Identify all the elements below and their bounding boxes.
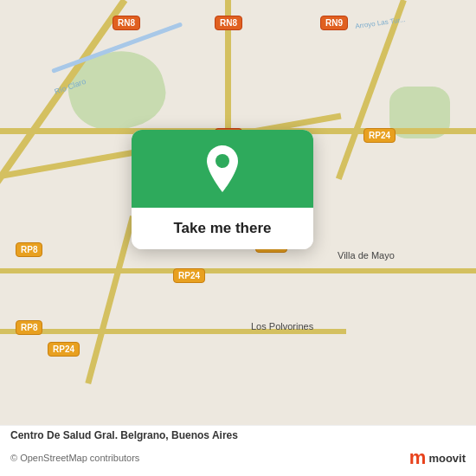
route-badge-rn8-top-left: RN8	[113, 16, 140, 30]
place-name-text: Centro De Salud Gral. Belgrano, Buenos A…	[10, 429, 466, 441]
moovit-logo: m moovit	[409, 447, 466, 469]
route-badge-rp24-bottom-left: RP24	[48, 342, 80, 357]
town-label-villa-de-mayo: Villa de Mayo	[338, 249, 395, 261]
copyright-text: © OpenStreetMap contributors	[10, 453, 139, 463]
route-badge-rp8-bottom-left: RP8	[16, 320, 42, 335]
town-label-los-polvorines: Los Polvorines	[251, 320, 313, 332]
map-container: Río Claro Arroyo Las Tur... RN8RN8RN9RN8…	[0, 0, 476, 476]
route-badge-rn9-top-right: RN9	[320, 16, 348, 30]
road	[0, 268, 476, 273]
route-badge-rn8-top-center: RN8	[215, 16, 242, 30]
location-pin-icon	[203, 145, 241, 192]
place-name-bar: Centro De Salud Gral. Belgrano, Buenos A…	[0, 425, 476, 445]
route-badge-rp24-bottom-center: RP24	[173, 268, 205, 283]
route-badge-rp24-right: RP24	[363, 128, 396, 143]
moovit-m-icon: m	[409, 447, 427, 469]
take-me-there-button[interactable]: Take me there	[132, 208, 313, 249]
card-overlay: Take me there	[132, 130, 313, 249]
route-badge-rp8-left: RP8	[16, 242, 42, 257]
svg-point-0	[215, 154, 229, 168]
card-green-section	[132, 130, 313, 208]
take-me-there-label: Take me there	[173, 220, 271, 237]
moovit-text: moovit	[428, 452, 466, 465]
